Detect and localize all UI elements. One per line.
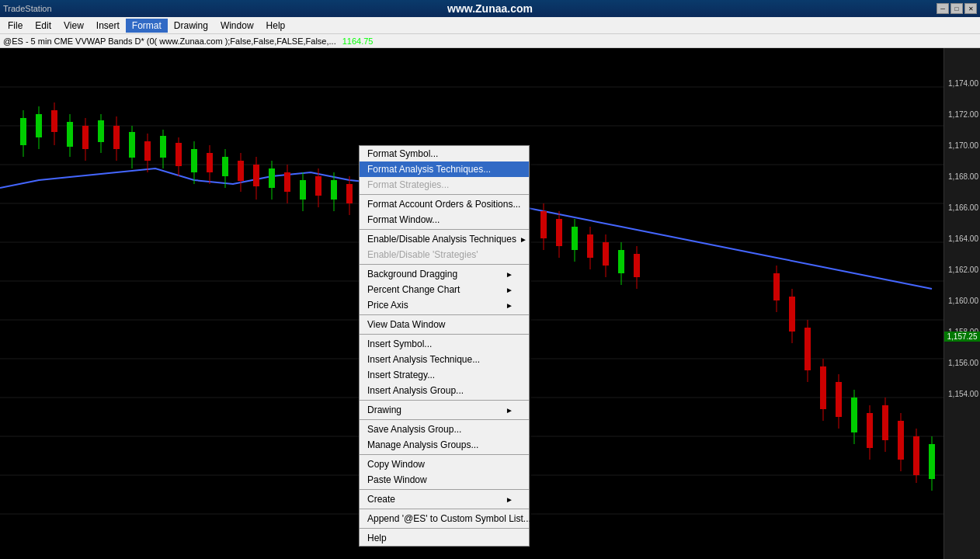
svg-rect-52: [315, 176, 321, 196]
submenu-arrow-price-icon: ►: [506, 301, 513, 310]
menu-drawing[interactable]: Drawing: [168, 19, 214, 33]
svg-rect-98: [929, 444, 935, 479]
svg-rect-72: [603, 242, 609, 266]
menu-file[interactable]: File: [2, 19, 29, 33]
price-label-1164: 1,164.00: [948, 234, 978, 243]
menu-view[interactable]: View: [57, 19, 90, 33]
window-controls: ─ □ ✕: [937, 3, 977, 14]
svg-rect-94: [898, 421, 904, 460]
svg-rect-48: [284, 172, 290, 192]
svg-rect-96: [913, 436, 919, 475]
menu-window[interactable]: Window: [214, 19, 260, 33]
ctx-help[interactable]: Help: [360, 530, 529, 546]
svg-rect-22: [82, 126, 89, 149]
svg-rect-80: [789, 297, 795, 332]
menu-divider-10: [360, 509, 529, 509]
svg-rect-24: [98, 120, 104, 142]
ctx-insert-symbol[interactable]: Insert Symbol...: [360, 336, 529, 352]
menu-divider-2: [360, 229, 529, 230]
svg-rect-82: [805, 328, 811, 370]
info-bar: @ES - 5 min CME VVWAP Bands D* (0( www.Z…: [0, 34, 980, 48]
chart-info-text: @ES - 5 min CME VVWAP Bands D* (0( www.Z…: [3, 36, 336, 46]
chart-price: 1164.75: [342, 36, 374, 46]
svg-rect-42: [238, 161, 244, 181]
price-axis: 1,174.00 1,172.00 1,170.00 1,168.00 1,16…: [944, 48, 980, 559]
menu-format[interactable]: Format: [126, 19, 168, 33]
ctx-format-analysis-techniques[interactable]: Format Analysis Techniques...: [360, 161, 529, 177]
ctx-append-symbol[interactable]: Append '@ES' to Custom Symbol List...: [360, 511, 529, 526]
ctx-enable-disable-strategies: Enable/Disable 'Strategies': [360, 247, 529, 262]
svg-rect-18: [51, 110, 57, 132]
svg-rect-86: [836, 382, 842, 417]
ctx-price-axis[interactable]: Price Axis ►: [360, 297, 529, 313]
submenu-arrow-pct-icon: ►: [506, 286, 513, 294]
ctx-create[interactable]: Create ►: [360, 491, 529, 507]
price-label-1156: 1,156.00: [948, 359, 978, 367]
svg-rect-46: [269, 168, 275, 188]
menu-divider-8: [360, 454, 529, 455]
menu-divider-4: [360, 314, 529, 315]
ctx-insert-analysis-technique[interactable]: Insert Analysis Technique...: [360, 352, 529, 367]
ctx-paste-window[interactable]: Paste Window: [360, 472, 529, 488]
submenu-arrow-bg-icon: ►: [506, 270, 513, 279]
menu-divider-3: [360, 264, 529, 265]
svg-rect-68: [572, 227, 578, 250]
svg-rect-76: [634, 254, 640, 277]
menu-help[interactable]: Help: [260, 19, 292, 33]
svg-rect-92: [882, 405, 888, 440]
ctx-format-window[interactable]: Format Window...: [360, 212, 529, 227]
svg-rect-78: [773, 273, 780, 300]
svg-rect-56: [346, 184, 353, 203]
menu-divider-9: [360, 489, 529, 490]
close-button[interactable]: ✕: [964, 3, 977, 14]
svg-rect-84: [820, 366, 826, 409]
price-label-1172: 1,172.00: [948, 110, 978, 119]
submenu-arrow-create-icon: ►: [506, 495, 513, 504]
menu-insert[interactable]: Insert: [90, 19, 126, 33]
menu-divider-1: [360, 194, 529, 195]
ctx-enable-disable-analysis[interactable]: Enable/Disable Analysis Techniques ►: [360, 231, 529, 247]
chart-area[interactable]: 1,174.00 1,172.00 1,170.00 1,168.00 1,16…: [0, 48, 980, 559]
title-bar: TradeStation www.Zunaa.com ─ □ ✕: [0, 0, 980, 17]
menu-bar: File Edit View Insert Format Drawing Win…: [0, 17, 980, 34]
ctx-copy-window[interactable]: Copy Window: [360, 457, 529, 472]
ctx-format-strategies: Format Strategies...: [360, 177, 529, 193]
svg-rect-30: [144, 141, 151, 161]
price-label-1160: 1,160.00: [948, 297, 978, 305]
svg-rect-54: [331, 180, 337, 200]
minimize-button[interactable]: ─: [937, 3, 949, 14]
ctx-format-symbol[interactable]: Format Symbol...: [360, 146, 529, 161]
ctx-background-dragging[interactable]: Background Dragging ►: [360, 266, 529, 282]
ctx-view-data-window[interactable]: View Data Window: [360, 317, 529, 332]
price-label-1170: 1,170.00: [948, 141, 978, 150]
context-menu: Format Symbol... Format Analysis Techniq…: [359, 145, 530, 547]
ctx-insert-analysis-group[interactable]: Insert Analysis Group...: [360, 383, 529, 398]
svg-rect-32: [160, 136, 166, 158]
submenu-arrow-icon: ►: [520, 235, 527, 244]
menu-edit[interactable]: Edit: [29, 19, 57, 33]
svg-rect-38: [207, 153, 213, 172]
ctx-manage-analysis-groups[interactable]: Manage Analysis Groups...: [360, 437, 529, 453]
svg-rect-66: [556, 219, 562, 246]
maximize-button[interactable]: □: [950, 3, 963, 14]
svg-rect-40: [222, 157, 228, 176]
ctx-insert-strategy[interactable]: Insert Strategy...: [360, 367, 529, 383]
svg-rect-90: [867, 413, 873, 448]
svg-rect-44: [253, 165, 259, 186]
svg-rect-36: [191, 149, 197, 172]
svg-rect-70: [587, 234, 593, 258]
svg-rect-26: [113, 126, 120, 149]
svg-rect-34: [175, 143, 182, 166]
menu-divider-6: [360, 400, 529, 401]
svg-rect-14: [20, 118, 26, 145]
ctx-percent-change-chart[interactable]: Percent Change Chart ►: [360, 282, 529, 297]
svg-rect-88: [851, 398, 857, 432]
menu-divider-11: [360, 528, 529, 529]
svg-rect-16: [36, 114, 42, 137]
price-label-1166: 1,166.00: [948, 203, 978, 212]
zunaa-title: www.Zunaa.com: [447, 2, 533, 15]
ctx-drawing[interactable]: Drawing ►: [360, 402, 529, 418]
app-title: TradeStation: [3, 4, 52, 13]
ctx-save-analysis-group[interactable]: Save Analysis Group...: [360, 422, 529, 437]
ctx-format-account-orders[interactable]: Format Account Orders & Positions...: [360, 196, 529, 212]
